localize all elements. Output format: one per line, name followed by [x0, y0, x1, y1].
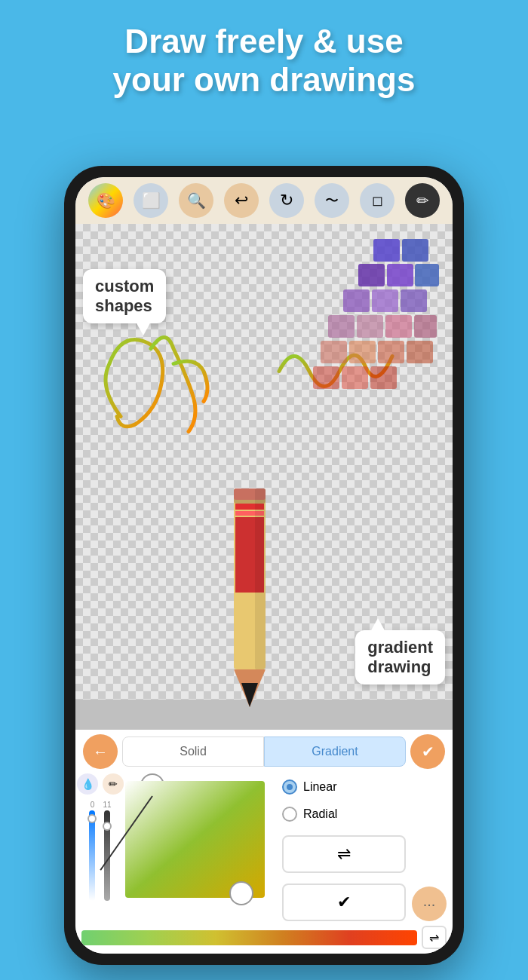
svg-rect-14: [343, 289, 370, 312]
erase-button[interactable]: ◻: [360, 183, 394, 218]
shape-button[interactable]: ⬜: [134, 183, 168, 218]
pencil-slider-group: 11: [103, 801, 111, 901]
opacity-thumb: [87, 814, 97, 823]
color-type-icons: 💧 ✏: [77, 773, 124, 795]
radial-radio[interactable]: [282, 807, 297, 822]
phone-frame: 🎨 ⬜ 🔍 ↩ ↻ 〜 ◻ ✏: [64, 166, 464, 965]
tab-gradient[interactable]: Gradient: [264, 737, 406, 767]
opacity-slider-group: 0: [89, 801, 95, 901]
left-controls: 💧 ✏ 0 11: [81, 773, 119, 901]
pencil-value: 11: [103, 801, 111, 809]
svg-rect-22: [349, 341, 376, 363]
water-button[interactable]: 〜: [315, 183, 349, 218]
fill-icon[interactable]: 💧: [77, 773, 98, 795]
tooltip-shapes: custom shapes: [83, 269, 166, 323]
linear-option[interactable]: Linear: [282, 779, 406, 795]
radial-option[interactable]: Radial: [282, 807, 406, 822]
header-text: Draw freely & use your own drawings: [0, 0, 528, 114]
svg-rect-27: [370, 366, 397, 389]
right-controls: Linear Radial ⇌ ✔: [282, 773, 406, 921]
confirm-nav-button[interactable]: ✔: [410, 734, 445, 769]
checkmark-icon: ✔: [337, 893, 351, 912]
color-picker-area: 💧 ✏ 0 11: [75, 769, 453, 926]
header-line1: Draw freely & use: [30, 23, 498, 61]
phone-screen: 🎨 ⬜ 🔍 ↩ ↻ 〜 ◻ ✏: [75, 177, 453, 954]
color-wheel-icon: 🎨: [97, 191, 115, 210]
pencil-thumb: [103, 822, 112, 831]
bottom-panel: ← Solid Gradient ✔ 💧 ✏: [75, 730, 453, 954]
svg-rect-17: [328, 315, 355, 338]
redo-icon: ↻: [280, 191, 293, 210]
toolbar: 🎨 ⬜ 🔍 ↩ ↻ 〜 ◻ ✏: [75, 177, 453, 224]
gradient-square-wrapper: [125, 773, 276, 902]
tooltip-gradient-text: gradient drawing: [367, 638, 433, 676]
svg-rect-10: [402, 239, 428, 262]
linear-radio[interactable]: [282, 779, 297, 795]
undo-icon: ↩: [235, 191, 248, 210]
tooltip-gradient: gradient drawing: [355, 630, 445, 684]
radial-label: Radial: [303, 807, 337, 821]
svg-rect-20: [414, 315, 437, 338]
color-bar-row: ⇌: [75, 926, 453, 954]
action-confirm-button[interactable]: ✔: [282, 884, 406, 921]
svg-rect-25: [313, 366, 339, 389]
shape-icon: ⬜: [142, 191, 161, 210]
svg-rect-9: [373, 239, 400, 262]
zoom-button[interactable]: 🔍: [179, 183, 213, 218]
bottom-shuffle-button[interactable]: ⇌: [422, 926, 447, 949]
svg-rect-21: [321, 341, 347, 363]
svg-rect-26: [342, 366, 368, 389]
pencil-button[interactable]: ✏: [405, 183, 440, 218]
erase-icon: ◻: [372, 192, 383, 209]
svg-rect-16: [401, 289, 427, 312]
linear-label: Linear: [303, 780, 336, 794]
svg-rect-15: [372, 289, 398, 312]
water-icon: 〜: [325, 191, 339, 210]
svg-rect-12: [387, 264, 413, 286]
gradient-square[interactable]: [125, 781, 265, 898]
tab-solid[interactable]: Solid: [122, 737, 264, 767]
shuffle-button[interactable]: ⇌: [282, 835, 406, 873]
tooltip-shapes-text: custom shapes: [95, 277, 154, 315]
pencil-art: [173, 473, 324, 722]
color-wheel-button[interactable]: 🎨: [88, 183, 123, 218]
back-button[interactable]: ←: [83, 734, 118, 769]
svg-rect-19: [385, 315, 412, 338]
gradient-handle-bottom[interactable]: [229, 881, 253, 905]
slider-group: 0 11: [89, 801, 111, 901]
svg-rect-11: [358, 264, 385, 286]
canvas-area: custom shapes gradient drawing: [75, 224, 453, 730]
more-button[interactable]: ···: [412, 887, 447, 921]
puzzle-area: [298, 235, 441, 394]
fill-tabs: Solid Gradient: [122, 737, 406, 767]
opacity-value: 0: [91, 801, 95, 809]
nav-tabs-row: ← Solid Gradient ✔: [75, 730, 453, 769]
svg-rect-18: [357, 315, 383, 338]
shuffle-icon: ⇌: [337, 844, 351, 864]
svg-rect-13: [415, 264, 439, 286]
opacity-slider[interactable]: [89, 810, 95, 901]
header-line2: your own drawings: [30, 61, 498, 100]
svg-rect-8: [255, 488, 266, 669]
pencil-icon: ✏: [416, 191, 429, 210]
redo-button[interactable]: ↻: [269, 183, 304, 218]
undo-button[interactable]: ↩: [224, 183, 259, 218]
color-bar[interactable]: [81, 930, 417, 945]
svg-rect-23: [378, 341, 404, 363]
svg-marker-3: [241, 683, 258, 707]
svg-rect-24: [407, 341, 433, 363]
zoom-icon: 🔍: [187, 191, 206, 210]
more-icon: ···: [423, 896, 436, 913]
pencil-mode-icon[interactable]: ✏: [103, 773, 124, 795]
